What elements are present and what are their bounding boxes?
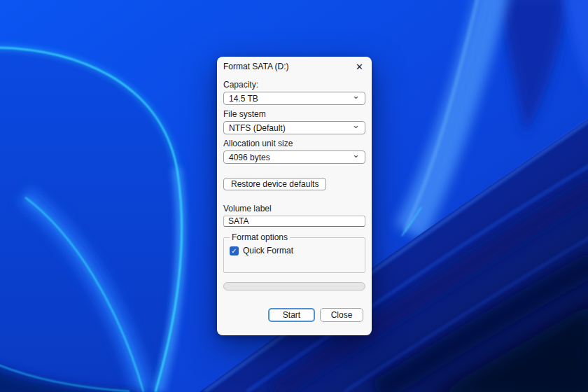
file-system-value: NTFS (Default) bbox=[229, 123, 286, 133]
close-icon[interactable]: ✕ bbox=[352, 60, 367, 74]
allocation-unit-label: Allocation unit size bbox=[223, 139, 365, 148]
capacity-dropdown[interactable]: 14.5 TB ⌄ bbox=[223, 92, 365, 105]
dialog-content: Capacity: 14.5 TB ⌄ File system NTFS (De… bbox=[217, 80, 372, 322]
capacity-value: 14.5 TB bbox=[229, 94, 258, 104]
format-dialog-window: Format SATA (D:) ✕ Capacity: 14.5 TB ⌄ F… bbox=[217, 57, 372, 335]
file-system-dropdown[interactable]: NTFS (Default) ⌄ bbox=[223, 121, 365, 134]
restore-defaults-button[interactable]: Restore device defaults bbox=[223, 178, 326, 190]
chevron-down-icon: ⌄ bbox=[352, 94, 360, 98]
start-button[interactable]: Start bbox=[268, 308, 315, 322]
format-options-legend: Format options bbox=[230, 232, 290, 242]
format-options-group: Format options ✓ Quick Format bbox=[223, 232, 365, 273]
allocation-unit-value: 4096 bytes bbox=[229, 153, 270, 162]
quick-format-checkbox[interactable]: ✓ Quick Format bbox=[230, 246, 359, 255]
volume-label-label: Volume label bbox=[223, 204, 365, 214]
allocation-unit-dropdown[interactable]: 4096 bytes ⌄ bbox=[223, 150, 365, 164]
dialog-button-row: Start Close bbox=[223, 308, 365, 322]
chevron-down-icon: ⌄ bbox=[352, 123, 360, 127]
format-progress-bar bbox=[223, 282, 365, 290]
dialog-titlebar[interactable]: Format SATA (D:) ✕ bbox=[217, 57, 372, 75]
capacity-label: Capacity: bbox=[223, 80, 365, 90]
volume-label-input[interactable] bbox=[223, 216, 365, 227]
checkbox-checked-icon: ✓ bbox=[230, 246, 239, 255]
chevron-down-icon: ⌄ bbox=[352, 153, 360, 157]
close-button[interactable]: Close bbox=[320, 308, 363, 322]
dialog-title: Format SATA (D:) bbox=[223, 62, 289, 71]
file-system-label: File system bbox=[223, 110, 365, 119]
quick-format-label: Quick Format bbox=[243, 246, 293, 255]
